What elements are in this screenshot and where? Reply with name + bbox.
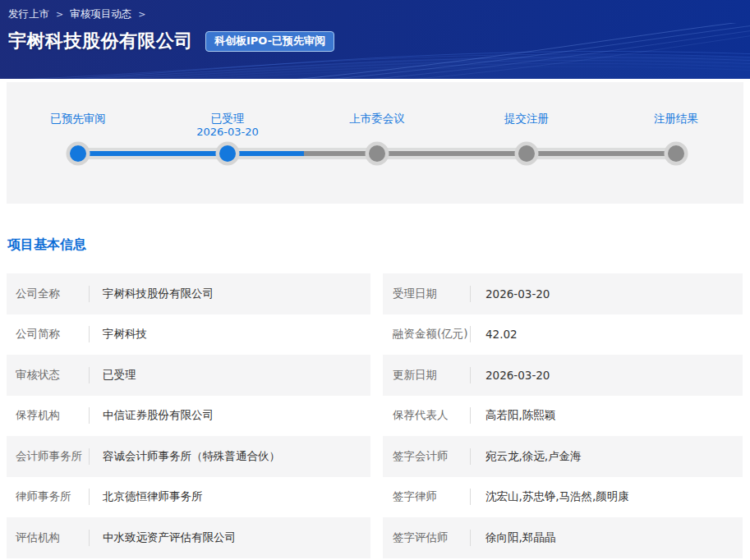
info-row-value: 沈宏山,苏忠铮,马浩然,颜明康 bbox=[471, 489, 629, 504]
page: { "colors": { "header-navy-1": "#1c2c7c"… bbox=[0, 0, 750, 560]
info-row-label: 会计师事务所 bbox=[7, 449, 89, 464]
info-row-value: 容诚会计师事务所（特殊普通合伙） bbox=[90, 449, 280, 464]
breadcrumb: 发行上市 > 审核项目动态 > bbox=[8, 7, 750, 21]
info-row-value: 徐向阳,郑晶晶 bbox=[471, 530, 555, 545]
timeline-steps: 已预先审阅 已受理 2026-03-20 上市委会议 提交注册 bbox=[7, 82, 743, 204]
review-progress-panel: 已预先审阅 已受理 2026-03-20 上市委会议 提交注册 bbox=[7, 82, 743, 204]
info-row-value: 2026-03-20 bbox=[471, 369, 550, 382]
info-row-value: 高若阳,陈熙颖 bbox=[471, 408, 555, 423]
info-row: 签字律师 沈宏山,苏忠铮,马浩然,颜明康 bbox=[383, 477, 743, 518]
info-row-value: 中信证券股份有限公司 bbox=[90, 408, 214, 423]
info-row-value: 已受理 bbox=[90, 368, 136, 383]
info-row-value: 2026-03-20 bbox=[471, 287, 550, 301]
status-badge: 科创板IPO-已预先审阅 bbox=[205, 31, 334, 52]
info-row-label: 受理日期 bbox=[383, 287, 470, 301]
breadcrumb-link[interactable]: 发行上市 bbox=[8, 7, 49, 21]
info-row-value: 宇树科技股份有限公司 bbox=[90, 287, 214, 301]
info-row: 评估机构 中水致远资产评估有限公司 bbox=[7, 517, 370, 558]
step-dot-icon bbox=[518, 145, 535, 162]
timeline-step: 注册结果 bbox=[601, 112, 750, 126]
info-row: 公司全称 宇树科技股份有限公司 bbox=[7, 273, 370, 314]
title-row: 宇树科技股份有限公司 科创板IPO-已预先审阅 bbox=[8, 29, 750, 53]
timeline-step: 已受理 2026-03-20 bbox=[153, 112, 302, 139]
info-row-label: 审核状态 bbox=[7, 368, 89, 383]
step-label: 注册结果 bbox=[601, 112, 750, 126]
step-dot-icon bbox=[70, 145, 86, 162]
info-row-label: 融资金额(亿元) bbox=[383, 327, 470, 342]
info-row: 融资金额(亿元) 42.02 bbox=[383, 314, 743, 356]
info-row: 更新日期 2026-03-20 bbox=[383, 355, 743, 396]
info-row-label: 律师事务所 bbox=[7, 489, 89, 504]
breadcrumb-separator-icon: > bbox=[56, 9, 63, 20]
info-row-label: 签字评估师 bbox=[383, 530, 470, 545]
info-row-label: 签字律师 bbox=[383, 489, 470, 504]
info-row-value: 42.02 bbox=[471, 328, 518, 341]
info-column-right: 受理日期 2026-03-20 融资金额(亿元) 42.02 更新日期 2026… bbox=[383, 273, 743, 558]
timeline-step: 上市委会议 bbox=[302, 112, 452, 126]
info-row-value: 宇树科技 bbox=[90, 327, 147, 342]
info-row: 签字评估师 徐向阳,郑晶晶 bbox=[383, 517, 743, 558]
timeline-step: 提交注册 bbox=[452, 112, 601, 126]
info-row: 保荐机构 中信证券股份有限公司 bbox=[7, 396, 370, 437]
breadcrumb-separator-icon: > bbox=[138, 9, 145, 20]
info-row-label: 更新日期 bbox=[383, 368, 470, 383]
section-title: 项目基本信息 bbox=[7, 236, 743, 254]
step-label: 已受理 bbox=[153, 112, 302, 126]
step-label: 已预先审阅 bbox=[3, 112, 153, 126]
info-row-value: 北京德恒律师事务所 bbox=[90, 489, 203, 504]
step-date: 2026-03-20 bbox=[153, 126, 302, 139]
page-title: 宇树科技股份有限公司 bbox=[8, 29, 193, 53]
step-dot-icon bbox=[668, 145, 684, 162]
info-row-label: 公司全称 bbox=[7, 287, 89, 301]
breadcrumb-link[interactable]: 审核项目动态 bbox=[70, 7, 131, 21]
info-row-value: 宛云龙,徐远,卢金海 bbox=[471, 449, 582, 464]
info-row: 受理日期 2026-03-20 bbox=[383, 273, 743, 314]
info-row: 审核状态 已受理 bbox=[7, 355, 370, 396]
info-row-label: 保荐代表人 bbox=[383, 408, 470, 423]
info-row-label: 公司简称 bbox=[7, 327, 89, 342]
info-row: 保荐代表人 高若阳,陈熙颖 bbox=[383, 396, 743, 437]
timeline-step: 已预先审阅 bbox=[3, 112, 153, 126]
info-row: 签字会计师 宛云龙,徐远,卢金海 bbox=[383, 436, 743, 477]
info-row-label: 评估机构 bbox=[7, 530, 89, 545]
page-header: 发行上市 > 审核项目动态 > 宇树科技股份有限公司 科创板IPO-已预先审阅 bbox=[0, 0, 750, 79]
project-info-section: 项目基本信息 公司全称 宇树科技股份有限公司 公司简称 宇树科技 审核状态 bbox=[0, 236, 750, 558]
step-label: 提交注册 bbox=[452, 112, 601, 126]
info-row: 会计师事务所 容诚会计师事务所（特殊普通合伙） bbox=[7, 436, 370, 477]
info-grid: 公司全称 宇树科技股份有限公司 公司简称 宇树科技 审核状态 已受理 bbox=[7, 273, 743, 558]
info-row-label: 签字会计师 bbox=[383, 449, 470, 464]
info-row-label: 保荐机构 bbox=[7, 408, 89, 423]
step-dot-icon bbox=[369, 145, 385, 162]
step-dot-icon bbox=[219, 145, 236, 162]
info-row: 律师事务所 北京德恒律师事务所 bbox=[7, 477, 370, 518]
info-row-value: 中水致远资产评估有限公司 bbox=[90, 530, 236, 545]
info-column-left: 公司全称 宇树科技股份有限公司 公司简称 宇树科技 审核状态 已受理 bbox=[7, 273, 370, 558]
info-row: 公司简称 宇树科技 bbox=[7, 314, 370, 356]
step-label: 上市委会议 bbox=[302, 112, 452, 126]
